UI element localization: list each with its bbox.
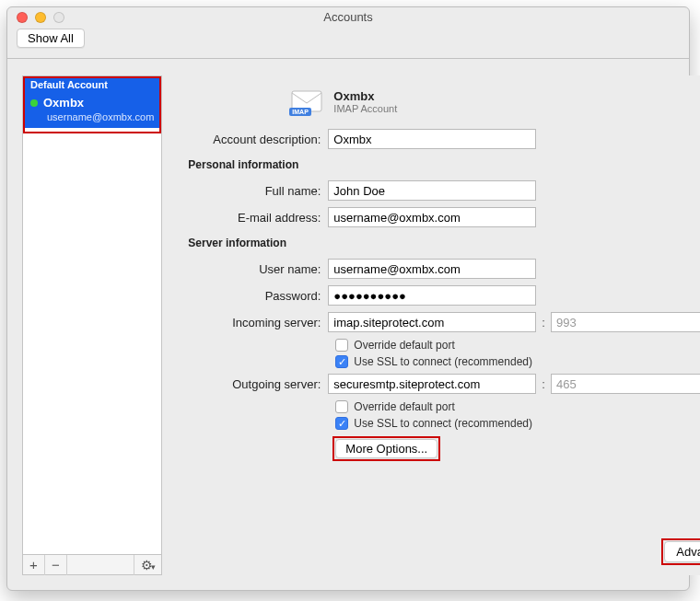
titlebar: Accounts [7, 7, 689, 27]
account-description-field[interactable] [328, 129, 536, 149]
minimize-icon[interactable] [35, 12, 46, 23]
toolbar: Show All [7, 27, 689, 59]
user-name-field[interactable] [328, 259, 536, 279]
outgoing-override-port-label: Override default port [354, 400, 454, 413]
outgoing-server-field[interactable] [328, 374, 536, 394]
label-incoming: Incoming server: [181, 316, 328, 329]
account-email: username@oxmbx.com [30, 111, 154, 122]
label-account-description: Account description: [181, 133, 328, 146]
label-user-name: User name: [181, 262, 328, 276]
section-personal: Personal information [188, 158, 700, 171]
incoming-port-field[interactable] [551, 312, 700, 332]
password-field[interactable] [328, 285, 536, 306]
close-icon[interactable] [17, 12, 28, 23]
chevron-down-icon [153, 558, 156, 572]
account-form: Account description: Personal informatio… [181, 129, 700, 458]
incoming-override-port-checkbox[interactable] [335, 339, 348, 352]
remove-account-button[interactable]: − [45, 555, 67, 575]
incoming-server-field[interactable] [328, 312, 536, 332]
account-sidebar: Default Account Oxmbx username@oxmbx.com [22, 75, 162, 555]
incoming-ssl-label: Use SSL to connect (recommended) [354, 355, 532, 368]
main-panel: IMAP Oxmbx IMAP Account Account descript… [175, 75, 700, 575]
imap-badge: IMAP [289, 108, 311, 116]
outgoing-ssl-checkbox[interactable] [335, 417, 348, 430]
label-password: Password: [181, 289, 328, 303]
header-type: IMAP Account [333, 103, 397, 114]
sidebar-container: Default Account Oxmbx username@oxmbx.com… [22, 75, 162, 575]
sidebar-footer: + − [22, 555, 162, 575]
window-controls [7, 12, 64, 23]
window-title: Accounts [7, 10, 689, 24]
advanced-button[interactable]: Advanced... [664, 541, 700, 562]
more-options-button[interactable]: More Options... [335, 439, 438, 458]
accounts-window: Accounts Show All Default Account Oxmbx … [6, 6, 690, 591]
add-account-button[interactable]: + [23, 555, 45, 575]
outgoing-override-port-checkbox[interactable] [335, 400, 348, 413]
incoming-ssl-checkbox[interactable] [335, 355, 348, 368]
account-header: IMAP Oxmbx IMAP Account [181, 81, 700, 129]
label-full-name: Full name: [181, 184, 328, 198]
show-all-button[interactable]: Show All [17, 29, 85, 48]
outgoing-port-field[interactable] [551, 374, 700, 394]
envelope-icon: IMAP [291, 88, 322, 114]
label-email: E-mail address: [181, 211, 328, 225]
zoom-icon[interactable] [53, 12, 64, 23]
full-name-field[interactable] [328, 180, 536, 201]
outgoing-ssl-label: Use SSL to connect (recommended) [354, 417, 532, 430]
port-colon: : [542, 316, 545, 329]
gear-menu-button[interactable] [134, 555, 161, 575]
header-name: Oxmbx [333, 89, 397, 103]
section-server: Server information [188, 237, 700, 249]
sidebar-item-account[interactable]: Oxmbx username@oxmbx.com [23, 92, 161, 128]
status-dot-icon [30, 99, 38, 107]
port-colon-out: : [542, 377, 545, 391]
label-outgoing: Outgoing server: [181, 377, 328, 391]
body: Default Account Oxmbx username@oxmbx.com… [7, 59, 689, 590]
sidebar-group-header: Default Account [23, 76, 161, 92]
account-name: Oxmbx [43, 96, 84, 110]
incoming-override-port-label: Override default port [354, 339, 454, 352]
email-field[interactable] [328, 207, 536, 227]
